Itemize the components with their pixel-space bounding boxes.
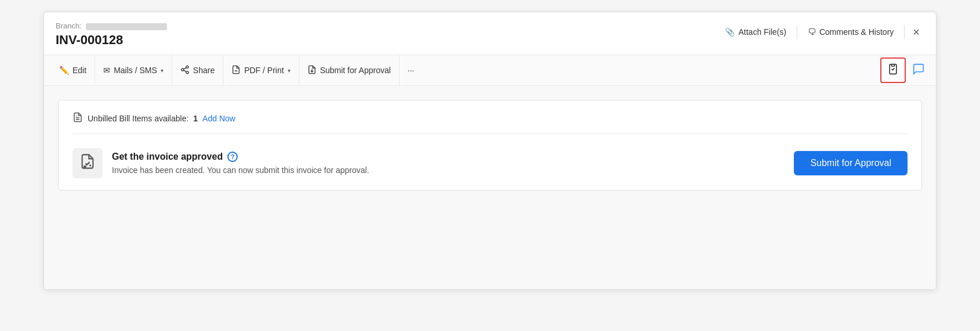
- attach-files-button[interactable]: 📎 Attach File(s): [718, 24, 793, 40]
- content-card: Unbilled Bill Items available: 1 Add Now: [58, 100, 922, 190]
- share-button[interactable]: Share: [172, 55, 223, 85]
- svg-line-3: [184, 70, 187, 72]
- bill-icon: [72, 112, 83, 124]
- branch-label: Branch:: [56, 21, 167, 30]
- submit-icon: [307, 65, 317, 76]
- unbilled-bar: Unbilled Bill Items available: 1 Add Now: [72, 112, 908, 134]
- modal-header: Branch: INV-000128 📎 Attach File(s) 🗨 Co…: [44, 12, 936, 55]
- svg-point-2: [186, 71, 188, 73]
- modal-content: Unbilled Bill Items available: 1 Add Now: [44, 86, 936, 289]
- comments-history-button[interactable]: 🗨 Comments & History: [801, 24, 901, 40]
- unbilled-count: 1: [193, 114, 198, 123]
- close-button[interactable]: ×: [908, 24, 924, 40]
- edit-icon: ✏️: [59, 66, 69, 75]
- header-divider: [797, 25, 797, 39]
- approval-title: Get the invoice approved ?: [112, 152, 785, 162]
- chat-bubble-button[interactable]: [908, 60, 929, 81]
- paperclip-icon: 📎: [725, 27, 735, 37]
- edit-button[interactable]: ✏️ Edit: [51, 55, 95, 85]
- approval-description: Invoice has been created. You can now su…: [112, 166, 785, 175]
- chevron-down-icon-2: ▾: [288, 67, 291, 74]
- header-actions: 📎 Attach File(s) 🗨 Comments & History ×: [718, 24, 924, 40]
- share-icon: [180, 65, 190, 76]
- pdf-icon: [231, 65, 241, 76]
- mails-sms-button[interactable]: ✉ Mails / SMS ▾: [95, 55, 172, 85]
- chat-bubble-icon: [912, 63, 925, 78]
- more-button[interactable]: ···: [400, 55, 423, 85]
- chevron-down-icon: ▾: [161, 67, 164, 74]
- clipboard-button[interactable]: [880, 57, 906, 83]
- submit-for-approval-toolbar-button[interactable]: Submit for Approval: [299, 55, 400, 85]
- header-left: Branch: INV-000128: [56, 21, 167, 48]
- approval-doc-icon: [79, 153, 96, 173]
- approval-text: Get the invoice approved ? Invoice has b…: [112, 152, 785, 175]
- toolbar-right: [880, 57, 929, 83]
- toolbar: ✏️ Edit ✉ Mails / SMS ▾ Share: [44, 55, 936, 86]
- chat-icon: 🗨: [808, 27, 816, 37]
- approval-row: Get the invoice approved ? Invoice has b…: [72, 148, 908, 178]
- pdf-print-button[interactable]: PDF / Print ▾: [223, 55, 299, 85]
- header-divider-2: [904, 25, 905, 39]
- mail-icon: ✉: [103, 66, 110, 75]
- svg-point-0: [186, 66, 188, 68]
- branch-value: [86, 23, 167, 30]
- unbilled-prefix: Unbilled Bill Items available:: [88, 114, 188, 123]
- invoice-id: INV-000128: [56, 33, 167, 48]
- add-now-link[interactable]: Add Now: [202, 114, 235, 123]
- modal-container: Branch: INV-000128 📎 Attach File(s) 🗨 Co…: [43, 12, 937, 290]
- submit-for-approval-button[interactable]: Submit for Approval: [794, 151, 908, 175]
- help-icon[interactable]: ?: [227, 152, 238, 162]
- approval-icon-container: [72, 148, 103, 178]
- clipboard-icon: [887, 63, 899, 78]
- svg-rect-7: [892, 64, 895, 66]
- svg-point-1: [182, 69, 184, 71]
- svg-line-4: [184, 67, 187, 69]
